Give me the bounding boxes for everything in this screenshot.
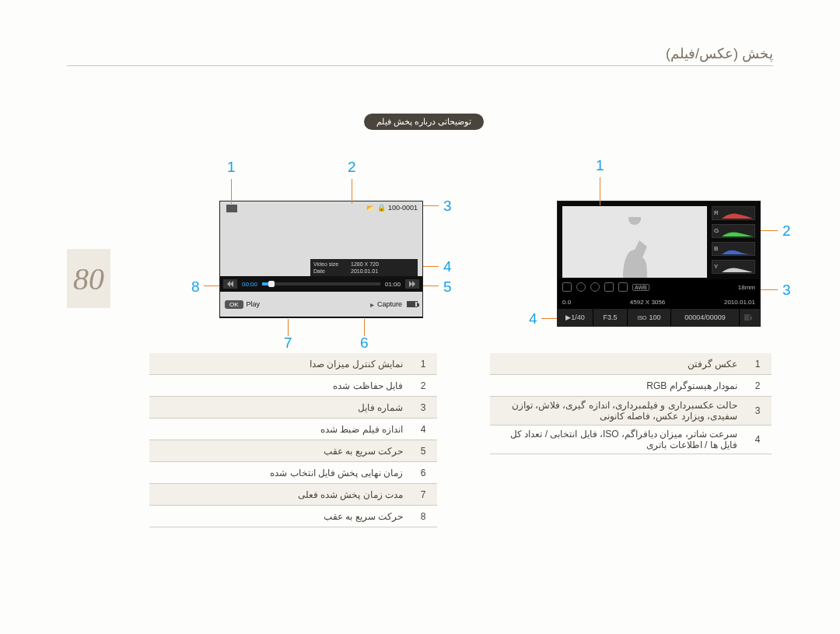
iso-value: 100 bbox=[649, 313, 661, 321]
row-num: 5 bbox=[409, 446, 437, 457]
colorspace-icon bbox=[618, 282, 628, 292]
callout-3: 3 bbox=[443, 198, 452, 215]
ev-value: 0.0 bbox=[562, 299, 571, 306]
row-num: 1 bbox=[409, 359, 437, 370]
movie-legend-table: 1نمایش کنترل میزان صدا 2فایل حفاظت شده 3… bbox=[149, 353, 437, 527]
table-row: 2فایل حفاظت شده bbox=[149, 375, 437, 397]
page-number: 80 bbox=[73, 261, 104, 297]
table-row: 1عکس گرفتن bbox=[490, 353, 772, 375]
picturewizard-icon bbox=[604, 282, 614, 292]
table-row: 3حالت عکسبرداری و فیلمبرداری، اندازه گیر… bbox=[490, 397, 772, 426]
leader bbox=[423, 285, 439, 286]
callout-1: 1 bbox=[227, 159, 236, 176]
movie-progress-bar: 00:00 01:00 bbox=[220, 276, 422, 292]
table-row: 6زمان نهایی پخش فایل انتخاب شده bbox=[149, 462, 437, 484]
awb-badge: AWB bbox=[632, 284, 649, 291]
photo-legend-table: 1عکس گرفتن 2نمودار هیستوگرام RGB 3حالت ع… bbox=[490, 353, 772, 454]
leader bbox=[364, 319, 365, 336]
row-desc: حرکت سریع به عقب bbox=[149, 508, 409, 525]
index-cell: ▶ 1/40 bbox=[558, 309, 593, 326]
histogram-row-g: G bbox=[712, 224, 755, 238]
callout-8: 8 bbox=[191, 278, 200, 296]
row-num: 4 bbox=[409, 424, 437, 435]
elapsed-time: 00:00 bbox=[242, 281, 257, 288]
battery-cell bbox=[740, 309, 760, 326]
battery-icon bbox=[744, 314, 751, 321]
row-desc: اندازه فیلم ضبط شده bbox=[149, 421, 409, 438]
metering-icon bbox=[576, 282, 586, 292]
resolution: 4592 X 3056 bbox=[630, 299, 665, 306]
leader bbox=[541, 318, 557, 319]
channel-label: G bbox=[714, 227, 719, 234]
row-num: 8 bbox=[409, 511, 437, 522]
histogram-row-y: Y bbox=[712, 260, 755, 274]
table-row: 8حرکت سریع به عقب bbox=[149, 506, 437, 527]
callout-r3: 3 bbox=[782, 282, 791, 299]
histogram-row-b: B bbox=[712, 242, 755, 256]
row-num: 2 bbox=[744, 380, 772, 391]
row-desc: حرکت سریع به عقب bbox=[149, 443, 409, 460]
chevron-right-icon: ▸ bbox=[370, 300, 374, 309]
fastforward-button[interactable] bbox=[405, 279, 419, 289]
aperture-cell: F3.5 bbox=[593, 309, 628, 326]
capture-date: 2010.01.01 bbox=[724, 299, 755, 306]
table-row: 7مدت زمان پخش شده فعلی bbox=[149, 484, 437, 506]
row-desc: عکس گرفتن bbox=[490, 356, 744, 373]
row-num: 7 bbox=[409, 489, 437, 500]
callout-6: 6 bbox=[360, 335, 369, 352]
date-value: 2010.01.01 bbox=[351, 268, 378, 275]
total-time: 01:00 bbox=[385, 281, 401, 288]
histogram-row-r: R bbox=[712, 206, 755, 220]
row-desc: شماره فایل bbox=[149, 399, 409, 416]
callout-2: 2 bbox=[348, 159, 356, 176]
callout-4: 4 bbox=[443, 258, 452, 275]
row-desc: فایل حفاظت شده bbox=[149, 377, 409, 394]
movie-info-box: Video size1280 X 720 Date2010.01.01 bbox=[310, 259, 418, 278]
row-num: 1 bbox=[744, 359, 772, 370]
mode-icon bbox=[562, 282, 572, 292]
callout-r2: 2 bbox=[782, 222, 791, 240]
row-num: 3 bbox=[409, 402, 437, 413]
row-desc: نمایش کنترل میزان صدا bbox=[149, 356, 409, 373]
table-row: 2نمودار هیستوگرام RGB bbox=[490, 375, 772, 397]
leader bbox=[288, 319, 289, 336]
row-desc: سرعت شاتر، میزان دیافراگم، ISO، فایل انت… bbox=[490, 426, 744, 454]
leader bbox=[761, 230, 778, 231]
row-num: 3 bbox=[744, 405, 772, 416]
focal-length: 18mm bbox=[738, 284, 755, 291]
leader bbox=[352, 179, 352, 204]
callout-r4: 4 bbox=[529, 310, 537, 328]
section-band-title: توضیحاتی درباره پخش فیلم bbox=[364, 114, 484, 130]
captured-photo-thumbnail bbox=[562, 206, 707, 278]
rewind-button[interactable] bbox=[223, 279, 237, 289]
leader bbox=[423, 205, 439, 206]
counter-cell: 00004/00009 bbox=[671, 309, 740, 326]
iso-cell: ISO100 bbox=[628, 309, 671, 326]
index-value: 1/40 bbox=[571, 313, 585, 321]
battery-icon bbox=[407, 301, 418, 307]
ok-button[interactable]: OK bbox=[225, 300, 243, 309]
leader bbox=[204, 285, 219, 286]
iso-label: ISO bbox=[637, 315, 646, 321]
callout-5: 5 bbox=[443, 278, 452, 296]
volume-icon bbox=[226, 205, 237, 212]
movie-display-area: 🔒 100-0001 Video size1280 X 720 Date2010… bbox=[220, 201, 422, 276]
photo-status-bar: ▶ 1/40 F3.5 ISO100 00004/00009 bbox=[558, 309, 760, 326]
flash-icon bbox=[590, 282, 600, 292]
video-size-label: Video size bbox=[313, 261, 351, 268]
table-row: 4سرعت شاتر، میزان دیافراگم، ISO، فایل ان… bbox=[490, 426, 772, 454]
photo-info-screen: R G B Y AWB 18mm 0.0 4592 X 3056 2010.01… bbox=[557, 201, 761, 327]
person-icon bbox=[607, 217, 662, 278]
seek-bar[interactable] bbox=[262, 282, 380, 285]
leader bbox=[600, 177, 600, 205]
table-row: 3شماره فایل bbox=[149, 397, 437, 419]
channel-label: Y bbox=[714, 263, 718, 270]
channel-label: B bbox=[714, 245, 718, 252]
row-num: 4 bbox=[744, 434, 772, 445]
file-number: 100-0001 bbox=[388, 204, 418, 212]
movie-playback-screen: 🔒 100-0001 Video size1280 X 720 Date2010… bbox=[219, 201, 423, 318]
row-num: 2 bbox=[409, 380, 437, 391]
row-desc: حالت عکسبرداری و فیلمبرداری، اندازه گیری… bbox=[490, 397, 744, 425]
table-row: 4اندازه فیلم ضبط شده bbox=[149, 419, 437, 440]
protected-icon: 🔒 bbox=[377, 204, 386, 212]
